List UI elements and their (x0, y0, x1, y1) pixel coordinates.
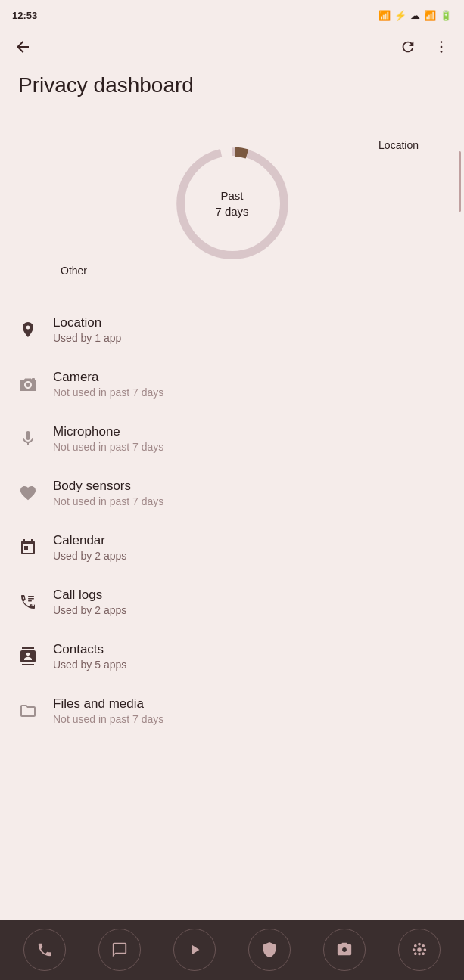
status-bar: 12:53 📶 ⚡ ☁ 📶 🔋 (0, 0, 464, 27)
nav-play-button[interactable] (173, 929, 216, 971)
microphone-icon (18, 429, 38, 448)
files-text: Files and media Not used in past 7 days (53, 696, 163, 725)
nav-shield-button[interactable] (248, 929, 291, 971)
nav-flower-button[interactable] (398, 929, 441, 971)
call-logs-name: Call logs (53, 588, 126, 603)
call-logs-detail: Used by 2 apps (53, 604, 126, 616)
top-bar (0, 27, 464, 67)
chart-center-text: Past 7 days (215, 188, 248, 219)
permission-item-contacts[interactable]: Contacts Used by 5 apps (0, 629, 464, 684)
overflow-menu-button[interactable] (426, 32, 456, 62)
scroll-indicator (459, 151, 461, 212)
chart-label-location: Location (378, 139, 419, 151)
svg-point-9 (417, 947, 422, 952)
page-title: Privacy dashboard (0, 67, 464, 116)
camera-detail: Not used in past 7 days (53, 386, 163, 399)
body-sensors-name: Body sensors (53, 479, 163, 494)
calendar-detail: Used by 2 apps (53, 550, 126, 562)
camera-name: Camera (53, 370, 163, 385)
refresh-button[interactable] (393, 32, 423, 62)
sim-icon: 📶 (378, 10, 391, 21)
wifi-icon: 📶 (424, 10, 436, 21)
microphone-name: Microphone (53, 424, 163, 439)
files-detail: Not used in past 7 days (53, 713, 163, 725)
svg-rect-7 (28, 598, 34, 600)
files-icon (18, 701, 38, 721)
lightning-icon: ⚡ (394, 10, 406, 21)
permission-item-camera[interactable]: Camera Not used in past 7 days (0, 357, 464, 411)
chart-label-other: Other (61, 265, 87, 277)
permission-item-body-sensors[interactable]: Body sensors Not used in past 7 days (0, 466, 464, 520)
permission-list: Location Used by 1 app Camera Not used i… (0, 302, 464, 738)
camera-text: Camera Not used in past 7 days (53, 370, 163, 399)
nav-messages-button[interactable] (98, 929, 141, 971)
back-button[interactable] (8, 32, 38, 62)
battery-icon: 🔋 (440, 10, 452, 21)
camera-icon (18, 374, 38, 394)
privacy-chart: Location Past 7 days Other (0, 116, 464, 290)
heart-icon (18, 483, 38, 503)
contacts-icon (18, 647, 38, 666)
permission-item-location[interactable]: Location Used by 1 app (0, 302, 464, 357)
top-bar-actions (393, 32, 456, 62)
donut-chart: Past 7 days (164, 135, 301, 271)
chart-center-line2: 7 days (215, 203, 248, 219)
calendar-name: Calendar (53, 533, 126, 548)
microphone-detail: Not used in past 7 days (53, 441, 163, 453)
body-sensors-text: Body sensors Not used in past 7 days (53, 479, 163, 507)
files-name: Files and media (53, 696, 163, 712)
permission-item-call-logs[interactable]: Call logs Used by 2 apps (0, 575, 464, 629)
location-name: Location (53, 315, 121, 330)
call-logs-text: Call logs Used by 2 apps (53, 588, 126, 616)
location-icon (18, 320, 38, 340)
svg-point-2 (441, 51, 443, 53)
svg-rect-5 (32, 378, 35, 380)
contacts-text: Contacts Used by 5 apps (53, 642, 126, 671)
call-logs-icon (18, 592, 38, 612)
contacts-name: Contacts (53, 642, 126, 657)
bottom-navigation (0, 920, 464, 980)
nav-phone-button[interactable] (23, 929, 66, 971)
contacts-detail: Used by 5 apps (53, 659, 126, 671)
svg-rect-6 (28, 596, 34, 597)
chart-center-line1: Past (215, 188, 248, 203)
calendar-text: Calendar Used by 2 apps (53, 533, 126, 562)
location-text: Location Used by 1 app (53, 315, 121, 344)
calendar-icon (18, 538, 38, 557)
status-icons: 📶 ⚡ ☁ 📶 🔋 (378, 10, 452, 21)
microphone-text: Microphone Not used in past 7 days (53, 424, 163, 453)
permission-item-files[interactable]: Files and media Not used in past 7 days (0, 684, 464, 738)
permission-item-calendar[interactable]: Calendar Used by 2 apps (0, 520, 464, 575)
nav-camera-button[interactable] (323, 929, 366, 971)
status-time: 12:53 (12, 10, 37, 21)
location-detail: Used by 1 app (53, 332, 121, 344)
body-sensors-detail: Not used in past 7 days (53, 495, 163, 507)
permission-item-microphone[interactable]: Microphone Not used in past 7 days (0, 411, 464, 466)
cloud-icon: ☁ (410, 10, 420, 21)
svg-point-0 (441, 41, 443, 43)
svg-point-1 (441, 46, 443, 48)
svg-rect-8 (28, 600, 32, 602)
